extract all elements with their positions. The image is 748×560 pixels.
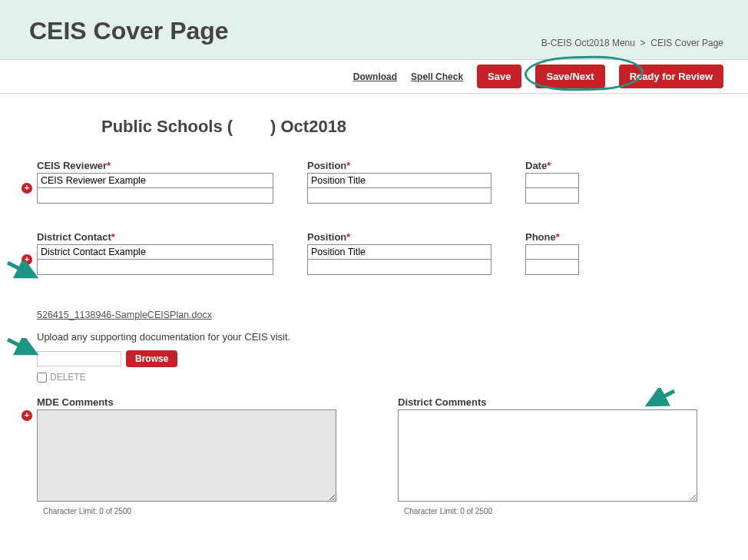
- subtitle-prefix: Public Schools (: [101, 117, 233, 136]
- upload-row: Browse: [37, 350, 702, 367]
- contact-position-label: Position*: [307, 231, 491, 243]
- save-button[interactable]: Save: [477, 65, 521, 88]
- download-link[interactable]: Download: [353, 71, 397, 82]
- district-comment-col: District Comments Character Limit: 0 of …: [398, 396, 697, 515]
- date-input-1[interactable]: [525, 173, 579, 188]
- reviewer-position-label: Position*: [307, 160, 491, 171]
- reviewer-position-block: Position*: [307, 160, 491, 204]
- reviewer-label: CEIS Reviewer*: [37, 160, 273, 171]
- upload-instruction: Upload any supporting documentation for …: [37, 331, 290, 343]
- reviewer-block: CEIS Reviewer*: [37, 160, 273, 204]
- delete-checkbox[interactable]: [37, 373, 47, 383]
- mde-comment-col: MDE Comments Character Limit: 0 of 2500: [37, 396, 336, 515]
- subtitle: Public Schools ( ) Oct2018: [101, 117, 702, 137]
- phone-input-1[interactable]: [525, 244, 579, 260]
- contact-position-input-2[interactable]: [307, 260, 491, 275]
- subtitle-suffix: ) Oct2018: [270, 117, 346, 136]
- district-comments-label: District Comments: [398, 396, 697, 408]
- mde-comments-label: MDE Comments: [37, 396, 336, 408]
- contact-row: + District Contact* Position* Phone*: [37, 231, 702, 289]
- ready-for-review-button[interactable]: Ready for Review: [619, 65, 723, 88]
- date-block: Date*: [525, 160, 579, 204]
- reviewer-position-input-2[interactable]: [307, 188, 491, 204]
- add-reviewer-icon[interactable]: +: [22, 183, 32, 194]
- file-path-input[interactable]: [37, 351, 121, 366]
- delete-row: DELETE: [37, 372, 702, 383]
- mde-char-limit: Character Limit: 0 of 2500: [43, 507, 336, 515]
- phone-label: Phone*: [525, 231, 579, 243]
- contact-label: District Contact*: [37, 231, 273, 243]
- phone-block: Phone*: [525, 231, 579, 275]
- reviewer-position-input-1[interactable]: [307, 173, 491, 188]
- spellcheck-link[interactable]: Spell Check: [411, 71, 463, 82]
- delete-label: DELETE: [50, 372, 86, 383]
- mde-comments-textarea: [37, 409, 336, 502]
- reviewer-input-1[interactable]: [37, 173, 273, 188]
- toolbar: Download Spell Check Save Save/Next Read…: [0, 59, 748, 94]
- contact-input-2[interactable]: [37, 260, 273, 275]
- uploaded-file-link[interactable]: 526415_1138946-SampleCEISPlan.docx: [37, 310, 212, 320]
- contact-position-block: Position*: [307, 231, 491, 275]
- add-contact-icon[interactable]: +: [22, 254, 32, 265]
- header-band: CEIS Cover Page B-CEIS Oct2018 Menu > CE…: [0, 0, 748, 59]
- breadcrumb-link[interactable]: B-CEIS Oct2018 Menu: [541, 38, 635, 48]
- date-input-2[interactable]: [525, 188, 579, 204]
- comments-row: + MDE Comments Character Limit: 0 of 250…: [37, 396, 702, 515]
- save-next-button[interactable]: Save/Next: [535, 65, 604, 88]
- breadcrumb-current: CEIS Cover Page: [650, 38, 723, 48]
- contact-input-1[interactable]: [37, 244, 273, 260]
- content: Public Schools ( ) Oct2018 + CEIS Review…: [0, 94, 748, 523]
- district-char-limit: Character Limit: 0 of 2500: [404, 507, 697, 515]
- browse-button[interactable]: Browse: [126, 350, 177, 367]
- breadcrumb-sep: >: [640, 38, 646, 48]
- breadcrumb: B-CEIS Oct2018 Menu > CEIS Cover Page: [541, 38, 723, 48]
- reviewer-row: + CEIS Reviewer* Position* Date*: [37, 160, 702, 217]
- date-label: Date*: [525, 160, 579, 171]
- file-section: 526415_1138946-SampleCEISPlan.docx Uploa…: [37, 309, 702, 383]
- add-mde-comment-icon[interactable]: +: [22, 410, 32, 421]
- contact-position-input-1[interactable]: [307, 244, 491, 260]
- phone-input-2[interactable]: [525, 260, 579, 275]
- district-comments-textarea[interactable]: [398, 409, 697, 502]
- reviewer-input-2[interactable]: [37, 188, 273, 204]
- contact-block: District Contact*: [37, 231, 273, 275]
